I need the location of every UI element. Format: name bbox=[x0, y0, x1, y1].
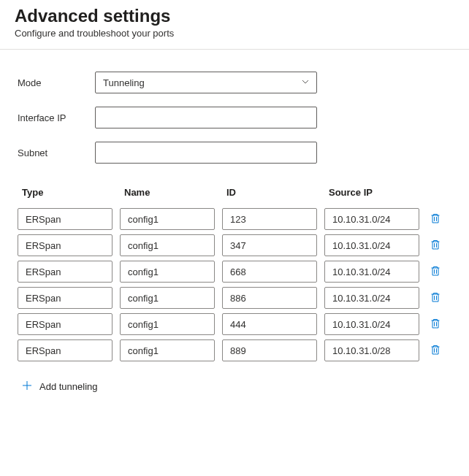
table-row bbox=[18, 208, 454, 230]
mode-select[interactable]: Tunneling bbox=[95, 72, 317, 93]
delete-row-button[interactable] bbox=[427, 210, 444, 229]
delete-row-button[interactable] bbox=[427, 341, 444, 361]
page-title: Advanced settings bbox=[15, 6, 454, 26]
page-header: Advanced settings Configure and troubles… bbox=[0, 0, 469, 50]
table-body bbox=[18, 208, 454, 361]
mode-label: Mode bbox=[18, 77, 95, 88]
table-row bbox=[18, 287, 454, 309]
row-name-input[interactable] bbox=[120, 208, 215, 230]
trash-icon bbox=[430, 239, 441, 253]
row-type-input[interactable] bbox=[18, 234, 113, 256]
row-id-input[interactable] bbox=[222, 313, 317, 335]
add-tunneling-button[interactable]: Add tunneling bbox=[22, 380, 98, 393]
trash-icon bbox=[430, 318, 441, 331]
interface-ip-label: Interface IP bbox=[18, 112, 95, 123]
trash-icon bbox=[430, 212, 441, 226]
col-header-id: ID bbox=[222, 187, 324, 198]
row-source-ip-input[interactable] bbox=[324, 339, 419, 361]
row-source-ip-input[interactable] bbox=[324, 287, 419, 309]
col-header-source-ip: Source IP bbox=[324, 187, 427, 198]
interface-ip-input[interactable] bbox=[95, 107, 317, 128]
mode-row: Mode Tunneling bbox=[18, 72, 454, 93]
row-source-ip-input[interactable] bbox=[324, 313, 419, 335]
delete-row-button[interactable] bbox=[427, 315, 444, 334]
row-source-ip-input[interactable] bbox=[324, 234, 419, 256]
row-type-input[interactable] bbox=[18, 287, 113, 309]
row-name-input[interactable] bbox=[120, 234, 215, 256]
table-row bbox=[18, 234, 454, 256]
row-type-input[interactable] bbox=[18, 208, 113, 230]
row-id-input[interactable] bbox=[222, 208, 317, 230]
row-id-input[interactable] bbox=[222, 339, 317, 361]
col-header-name: Name bbox=[120, 187, 222, 198]
row-type-input[interactable] bbox=[18, 339, 113, 361]
subnet-label: Subnet bbox=[18, 147, 95, 158]
table-row bbox=[18, 261, 454, 283]
interface-ip-row: Interface IP bbox=[18, 107, 454, 128]
tunneling-table: Type Name ID Source IP bbox=[18, 187, 454, 361]
delete-row-button[interactable] bbox=[427, 262, 444, 282]
col-header-type: Type bbox=[18, 187, 120, 198]
row-name-input[interactable] bbox=[120, 313, 215, 335]
row-name-input[interactable] bbox=[120, 287, 215, 309]
trash-icon bbox=[430, 291, 441, 305]
row-name-input[interactable] bbox=[120, 261, 215, 283]
subnet-input[interactable] bbox=[95, 142, 317, 164]
row-source-ip-input[interactable] bbox=[324, 208, 419, 230]
table-header: Type Name ID Source IP bbox=[18, 187, 454, 198]
row-id-input[interactable] bbox=[222, 234, 317, 256]
row-id-input[interactable] bbox=[222, 287, 317, 309]
add-tunneling-label: Add tunneling bbox=[39, 381, 98, 392]
row-id-input[interactable] bbox=[222, 261, 317, 283]
mode-select-value: Tunneling bbox=[95, 72, 317, 93]
plus-icon bbox=[22, 380, 32, 393]
row-type-input[interactable] bbox=[18, 313, 113, 335]
row-name-input[interactable] bbox=[120, 339, 215, 361]
trash-icon bbox=[430, 265, 441, 279]
delete-row-button[interactable] bbox=[427, 236, 444, 256]
table-row bbox=[18, 339, 454, 361]
row-type-input[interactable] bbox=[18, 261, 113, 283]
row-source-ip-input[interactable] bbox=[324, 261, 419, 283]
delete-row-button[interactable] bbox=[427, 288, 444, 308]
page-subtitle: Configure and troubleshoot your ports bbox=[15, 28, 454, 39]
subnet-row: Subnet bbox=[18, 142, 454, 164]
table-row bbox=[18, 313, 454, 335]
settings-content: Mode Tunneling Interface IP Subnet Type … bbox=[0, 50, 469, 407]
trash-icon bbox=[430, 344, 441, 358]
